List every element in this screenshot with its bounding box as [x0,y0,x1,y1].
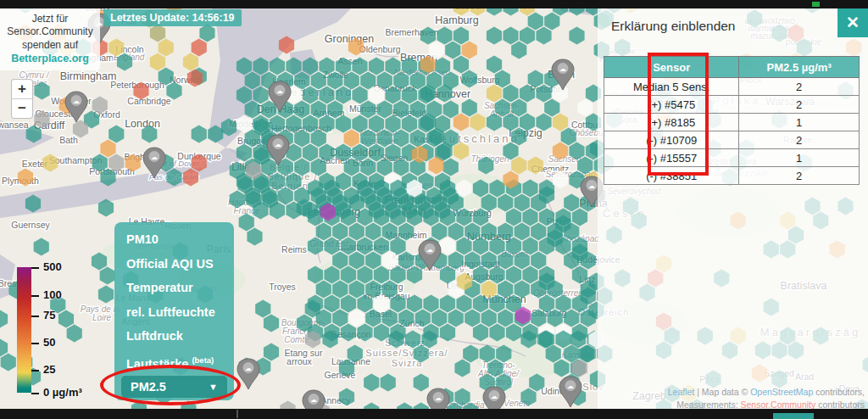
table-row: (+) #54752 [604,96,860,114]
attribution-line-1: Leaflet | Map data © OpenStreetMap contr… [668,386,865,399]
legend-tick-label: 0 µg/m³ [43,386,82,399]
legend-tick-label: 100 [43,288,62,301]
legend-tick [31,343,39,344]
legend-tick [31,393,39,394]
cloud-icon: ☁ [588,182,595,190]
map-label: Bath [59,135,78,145]
map-label: London [125,118,160,130]
chevron-down-icon: ▼ [209,382,218,392]
legend-gradient-bar [17,267,31,393]
layer-item-pm10[interactable]: PM10 [114,227,234,252]
legend-tick [31,370,39,372]
table-row: Median 5 Sens.2 [604,78,860,96]
cloud-icon: ☁ [435,394,442,402]
cloud-icon: ☁ [491,393,498,400]
map-label: Loire [92,313,112,322]
layer-item-lautstaerke[interactable]: Lautstärke (beta) [114,349,234,373]
cloud-icon: ☁ [73,98,80,105]
cloud-icon: ☁ [245,365,252,372]
cloud-icon: ☁ [310,396,317,404]
map-attribution: Leaflet | Map data © OpenStreetMap contr… [668,386,865,411]
layer-item-luftdruck[interactable]: Luftdruck [114,324,234,349]
layer-item-aqi-us[interactable]: Official AQI US [114,252,234,277]
legend-tick-label: 50 [43,336,55,349]
top-black-bar [0,0,868,8]
map-label: Troyes [269,282,296,292]
legend-tick [31,295,39,297]
bottom-black-bar [0,409,868,419]
legend-tick-label: 500 [43,260,62,273]
table-row: (+) #81851 [604,114,860,131]
teal-indicator [773,413,814,419]
app-screen: LeedsHullLincolnNottinghamEnglandNorwich… [0,0,868,419]
leaflet-link[interactable]: Leaflet [668,387,695,397]
zoom-control: + − [11,79,33,119]
legend-tick [31,267,39,269]
cloud-icon: ☁ [567,383,574,390]
close-icon[interactable]: ✕ [837,8,868,37]
map-label: Oldenburg [359,44,400,54]
table-row: (-) #388512 [604,167,860,185]
green-indicator [812,2,820,7]
layer-item-temperatur[interactable]: Temperatur [114,276,234,300]
map-label: Suisse/Svizzera/ [365,348,448,358]
cloud-icon: ☁ [151,154,158,161]
map-label: Birmingham [60,70,117,82]
donation-box: Jetzt für Sensor.Community spenden auf B… [0,8,100,70]
explanation-toggle[interactable]: Erklärung einblenden [611,19,736,34]
table-row: (-) #155571 [604,149,860,167]
layer-menu: PM10 Official AQI US Temperatur rel. Luf… [114,222,234,400]
legend-tick [31,316,39,317]
layer-selector-pm25[interactable]: PM2.5 ▼ [121,376,227,398]
col-header-sensor: Sensor [604,57,739,78]
legend-tick-label: 75 [43,309,55,321]
bar-tick [236,410,238,418]
betterplace-link[interactable]: Betterplace.org [11,53,89,64]
map-label: Swansea [0,120,29,130]
last-update-badge: Letztes Update: 14:56:19 [103,9,242,26]
sensor-table: Sensor PM2.5 µg/m³ Median 5 Sens.2 (+) #… [604,56,860,185]
col-header-pm25: PM2.5 µg/m³ [739,57,860,78]
cloud-icon: ☁ [426,246,433,254]
zoom-out-button[interactable]: − [12,99,32,118]
legend-tick-label: 25 [43,363,55,376]
cloud-icon: ☁ [275,141,281,148]
table-header-row: Sensor PM2.5 µg/m³ [604,57,860,78]
map-label: Guernsey [11,220,50,230]
zoom-in-button[interactable]: + [12,80,32,99]
map-label: arroux [287,356,313,366]
cloud-icon: ☁ [559,65,566,73]
map-label: Reims [281,244,307,254]
map-label: Hamburg [435,14,478,26]
map-label: Cambridge [127,96,171,106]
osm-link[interactable]: OpenStreetMap [750,387,813,397]
layer-item-luftfeuchte[interactable]: rel. Luftfeuchte [114,300,234,325]
table-row: (-) #107092 [604,131,860,149]
cloud-icon: ☁ [276,87,283,95]
